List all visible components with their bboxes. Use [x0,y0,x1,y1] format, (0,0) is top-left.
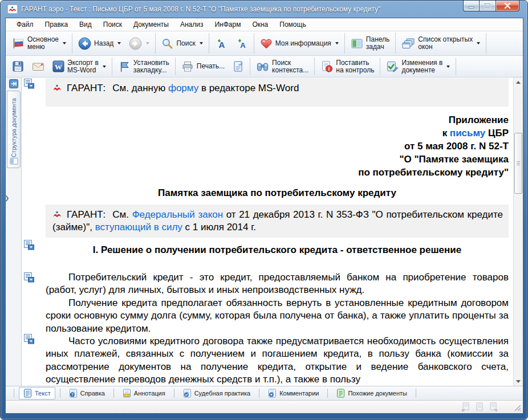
vertical-scrollbar[interactable] [513,78,523,386]
comments-tab-icon [268,389,277,398]
title-bar[interactable]: ГАРАНТ аэро - Текст : Письмо ЦБР от 5 ма… [1,1,527,18]
document-changes-dropdown-icon[interactable] [446,66,450,68]
save-icon [12,60,24,72]
my-information-dropdown-icon[interactable] [335,42,339,44]
menu-item-view[interactable]: Вид [74,19,97,30]
minimize-icon [468,3,475,9]
font-decrease-icon: A [235,37,248,50]
splitter-chevron-icon[interactable]: ❯ [5,195,9,201]
send-mail-button[interactable] [28,60,48,73]
my-information-label: Моя информация [275,40,331,47]
app-window: ГАРАНТ аэро - Текст : Письмо ЦБР от 5 ма… [0,0,528,420]
tab-text[interactable]: Текст [19,387,55,399]
forward-button[interactable] [125,36,153,51]
appendix-line: от 5 мая 2008 г. N 52-Т [46,140,509,153]
svg-text:A: A [240,41,246,50]
note-text: с 1 июля 2014 г. [182,222,256,233]
tab-label: Похожие документы [348,390,407,397]
main-menu-dropdown-icon[interactable] [63,42,66,44]
heart-icon [260,38,273,49]
left-panel-rail: Структура документа ❯ [6,78,22,386]
menu-item-inpharm[interactable]: ИнФарм [209,19,246,30]
envelope-icon [32,62,44,72]
print-preview-icon [233,60,244,73]
appendix-line: к письму ЦБР [46,127,509,140]
task-panel-button[interactable]: Панельзадач [347,35,393,52]
tab-court-practice[interactable]: Судебная практика [179,388,254,399]
scrollbar-thumb[interactable] [514,133,522,194]
note-text: См. данную [112,83,168,93]
letter-link[interactable]: письму [450,128,485,138]
binoculars-icon [256,60,269,72]
put-on-control-button[interactable]: ! Поставитьна контроль [316,58,378,75]
structure-tab-label: Структура документа [10,93,17,157]
entry-into-force-link[interactable]: вступающий в силу [95,222,182,233]
minimize-button[interactable] [463,1,480,11]
menu-bar: Файл Правка Вид Поиск Документы Анализ И… [6,18,523,31]
back-label: Назад [94,40,113,47]
open-windows-list-button[interactable]: Список открытыхокон [397,35,484,52]
scroll-up-button[interactable] [514,78,523,87]
paragraph: Получение кредита предполагает обязаннос… [46,297,509,335]
expand-panel-button[interactable] [9,79,18,88]
scroll-down-button[interactable] [514,377,523,386]
window-title: ГАРАНТ аэро - Текст : Письмо ЦБР от 5 ма… [21,5,380,13]
annotation-tab-icon [123,389,131,398]
task-panel-icon [351,38,363,50]
menu-item-file[interactable]: Файл [11,19,39,30]
font-decrease-button[interactable]: A [231,36,252,51]
federal-law-link[interactable]: Федеральный закон [132,209,223,220]
menu-item-edit[interactable]: Правка [40,19,74,30]
current-document-icon[interactable] [474,402,485,412]
save-button[interactable] [8,59,28,74]
back-button[interactable]: Назад [74,36,125,51]
similar-documents-tab-icon [336,389,345,398]
search-label: Поиск [176,40,195,47]
export-msword-button[interactable]: W Экспорт вMS-Word [48,58,110,75]
form-link[interactable]: форму [168,83,198,93]
resize-grip[interactable] [513,403,521,411]
search-dropdown-icon[interactable] [200,42,203,44]
previous-document-icon[interactable] [460,402,470,412]
back-icon [78,37,91,50]
close-button[interactable] [495,1,519,11]
msword-icon: W [52,60,64,72]
menu-item-windows[interactable]: Окна [247,19,273,30]
menu-item-analysis[interactable]: Анализ [175,19,209,30]
forward-dropdown-icon [146,42,149,44]
main-menu-button[interactable]: Основноеменю [8,35,70,52]
structure-panel-tab[interactable]: Структура документа [7,91,21,168]
maximize-button[interactable] [480,1,495,11]
tab-comments[interactable]: Комментарии [264,388,323,399]
font-increase-button[interactable]: A [211,36,231,51]
tab-reference[interactable]: ? Справка [65,388,109,399]
body-text: Потребительский кредит - это кредит, пре… [46,271,509,386]
search-button[interactable]: Поиск [157,36,206,51]
document-view[interactable]: ГАРАНТ:См. данную форму в редакторе MS-W… [22,78,513,386]
open-windows-dropdown-icon[interactable] [477,42,480,44]
tab-similar-documents[interactable]: Похожие документы [332,388,411,399]
document-changes-button[interactable]: Изменения вдокументе [382,58,454,75]
tab-annotation[interactable]: Аннотация [119,388,169,399]
bookmark-flag-icon [118,60,131,73]
print-button[interactable]: Печать... [177,59,229,74]
scroll-up-icon [516,81,521,84]
set-bookmark-label: Установить [133,59,169,67]
menu-item-documents[interactable]: Документы [128,19,174,30]
export-msword-dropdown-icon[interactable] [103,66,106,68]
set-bookmark-button[interactable]: Установитьзакладку... [114,58,173,75]
menu-item-search[interactable]: Поиск [98,19,127,30]
garant-note-msword: ГАРАНТ:См. данную форму в редакторе MS-W… [46,78,509,107]
document-changes-label: Изменения в [401,59,442,67]
back-dropdown-icon[interactable] [117,42,121,44]
next-document-icon[interactable] [489,402,499,412]
status-bar [6,400,523,413]
maximize-icon [484,3,491,9]
print-preview-button[interactable] [229,59,248,74]
context-search-button[interactable]: Поискконтекста... [252,58,312,75]
my-information-button[interactable]: Моя информация [256,36,343,50]
structure-panel-icon [10,157,18,165]
tab-label: Справка [80,390,105,397]
menu-item-help[interactable]: Помощь [274,19,311,30]
expand-arrow-icon [9,79,18,88]
